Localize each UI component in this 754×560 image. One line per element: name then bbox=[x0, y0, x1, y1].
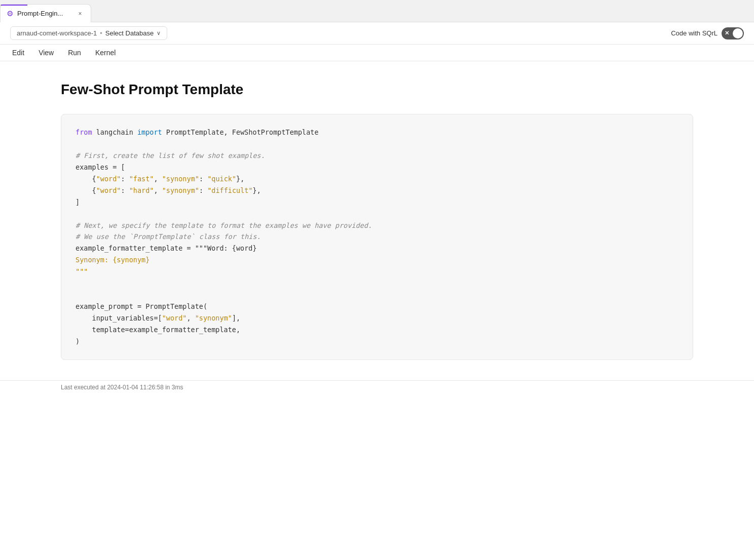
tab-bar: ⚙ Prompt-Engin... × bbox=[0, 0, 754, 22]
code-line: Synonym: {synonym} bbox=[76, 254, 678, 266]
code-line: example_prompt = PromptTemplate( bbox=[76, 301, 678, 312]
code-line bbox=[76, 208, 678, 220]
code-line bbox=[76, 277, 678, 289]
sqrl-section: Code with SQrL ✕ bbox=[671, 27, 744, 39]
menu-run[interactable]: Run bbox=[66, 48, 83, 58]
separator-dot: • bbox=[100, 29, 102, 37]
tab-close-button[interactable]: × bbox=[76, 9, 85, 18]
code-line: ) bbox=[76, 336, 678, 347]
code-cell[interactable]: from langchain import PromptTemplate, Fe… bbox=[61, 114, 693, 360]
sqrl-toggle[interactable]: ✕ bbox=[722, 27, 744, 39]
menu-bar: Edit View Run Kernel bbox=[0, 45, 754, 61]
menu-edit[interactable]: Edit bbox=[10, 48, 26, 58]
code-line: # We use the `PromptTemplate` class for … bbox=[76, 231, 678, 243]
main-content: Few-Shot Prompt Template from langchain … bbox=[0, 61, 754, 380]
menu-kernel[interactable]: Kernel bbox=[93, 48, 118, 58]
workspace-label: arnaud-comet-workspace-1 bbox=[17, 29, 97, 37]
toggle-thumb bbox=[733, 28, 743, 38]
code-line: examples = [ bbox=[76, 162, 678, 173]
tab-icon: ⚙ bbox=[7, 9, 13, 18]
toggle-x-icon: ✕ bbox=[725, 30, 729, 36]
status-text: Last executed at 2024-01-04 11:26:58 in … bbox=[61, 384, 183, 391]
db-selector[interactable]: arnaud-comet-workspace-1 • Select Databa… bbox=[10, 26, 167, 40]
select-database-label: Select Database bbox=[105, 29, 154, 37]
code-line: from langchain import PromptTemplate, Fe… bbox=[76, 127, 678, 138]
code-line: # First, create the list of few shot exa… bbox=[76, 150, 678, 162]
code-line: example_formatter_template = """Word: {w… bbox=[76, 243, 678, 254]
status-bar: Last executed at 2024-01-04 11:26:58 in … bbox=[0, 380, 754, 394]
sqrl-label: Code with SQrL bbox=[671, 29, 718, 37]
code-line bbox=[76, 289, 678, 301]
code-line bbox=[76, 138, 678, 150]
code-line: ] bbox=[76, 196, 678, 208]
active-tab[interactable]: ⚙ Prompt-Engin... × bbox=[0, 4, 91, 22]
menu-view[interactable]: View bbox=[36, 48, 56, 58]
code-line: {"word": "hard", "synonym": "difficult"}… bbox=[76, 185, 678, 196]
tab-title: Prompt-Engin... bbox=[17, 10, 63, 17]
chevron-down-icon: ∨ bbox=[157, 30, 161, 36]
toolbar: arnaud-comet-workspace-1 • Select Databa… bbox=[0, 22, 754, 45]
page-title: Few-Shot Prompt Template bbox=[61, 82, 693, 98]
code-line: input_variables=["word", "synonym"], bbox=[76, 312, 678, 324]
code-line: {"word": "fast", "synonym": "quick"}, bbox=[76, 173, 678, 185]
code-line: """ bbox=[76, 266, 678, 277]
code-line: template=example_formatter_template, bbox=[76, 324, 678, 336]
code-line: # Next, we specify the template to forma… bbox=[76, 220, 678, 231]
